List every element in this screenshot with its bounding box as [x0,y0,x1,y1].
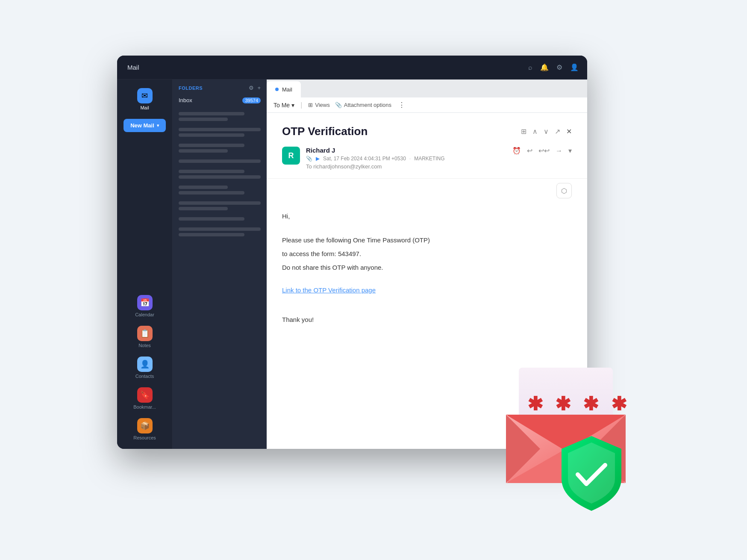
folder-settings-icon[interactable]: ⚙ [249,85,254,91]
prev-email-icon[interactable]: ∧ [532,127,538,136]
body-spacer-3 [282,294,572,304]
email-skeleton-7 [139,218,151,228]
avatar: R [282,147,300,165]
svg-marker-6 [506,449,626,483]
to-me-label: To Me [274,102,290,109]
sender-meta: 📎 ▶ Sat, 17 Feb 2024 4:04:31 PM +0530 · … [306,156,445,162]
skeleton-line [179,170,244,173]
notes-icon: 📋 [137,326,153,341]
skeleton-line [179,217,244,221]
email-skeleton-9 [139,244,151,254]
to-me-button[interactable]: To Me ▾ [274,102,294,109]
email-sender-row: R Richard J 📎 ▶ [282,147,572,170]
sidebar-label-bookmarks: Bookmar... [133,404,156,410]
email-closing: Thank you! [282,315,572,325]
resources-icon: 📦 [137,418,153,433]
calendar-icon: 📅 [137,295,153,310]
flag-icon: ▶ [316,156,320,162]
more-actions-icon[interactable]: ▾ [568,147,572,155]
tab-dot [275,88,279,91]
new-mail-button[interactable]: New Mail ▾ [124,119,166,132]
email-toolbar: To Me ▾ | ⊞ Views 📎 Attachment options ⋮ [267,97,587,113]
user-icon[interactable]: 👤 [570,63,579,71]
search-icon[interactable]: ⌕ [528,64,532,71]
open-external-icon[interactable]: ↗ [555,127,560,136]
attachment-options-button[interactable]: 📎 Attachment options [335,102,391,108]
marketing-badge: MARKETING [414,156,444,162]
main-window: Mail ⌕ 🔔 ⚙ 👤 ✉ Mail New Mail ▾ [117,56,587,449]
sender-info: Richard J 📎 ▶ Sat, 17 Feb 2024 4:04:31 P… [306,147,445,170]
sidebar-item-contacts[interactable]: 👤 Contacts [117,352,172,383]
sidebar-label-mail: Mail [140,105,149,110]
email-skeleton-8 [139,228,151,244]
expand-icon[interactable]: ⊞ [521,127,526,136]
folders-label: FOLDERS [179,85,203,91]
list-skeleton-4[interactable] [173,156,267,166]
skeleton-line [179,233,244,236]
reply-all-icon[interactable]: ↩↩ [538,147,550,155]
email-body-line2: to access the form: 543497. [282,249,572,259]
folder-add-icon[interactable]: + [257,85,261,91]
sidebar-item-mail[interactable]: ✉ Mail [117,84,172,115]
tab-mail[interactable]: Mail [267,81,301,97]
sidebar-item-notes[interactable]: 📋 Notes [117,321,172,352]
email-body: Hi, Please use the following One Time Pa… [267,198,587,345]
email-action-icons: ⏰ ↩ ↩↩ → ▾ [512,147,572,155]
folders-action-icons: ⚙ + [249,85,261,91]
sidebar-item-resources[interactable]: 📦 Resources [117,414,172,445]
sidebar-label-contacts: Contacts [135,374,154,379]
inbox-count: 39574 [242,97,261,103]
sidebar-label-notes: Notes [138,343,151,348]
body-spacer-2 [282,276,572,286]
forward-icon[interactable]: → [556,147,562,155]
inbox-item[interactable]: Inbox 39574 [173,94,267,106]
next-email-icon[interactable]: ∨ [544,127,549,136]
body-spacer [282,225,572,235]
share-button[interactable]: ⬡ [556,183,572,198]
share-btn-area: ⬡ [267,179,587,198]
email-viewer-panel: Mail To Me ▾ | ⊞ Views [267,80,587,449]
reply-icon[interactable]: ↩ [527,147,532,155]
titlebar-icons: ⌕ 🔔 ⚙ 👤 [528,63,579,71]
skeleton-line [179,144,244,147]
email-skeleton-3 [139,160,151,176]
otp-link[interactable]: Link to the OTP Verification page [282,286,376,294]
views-label: Views [315,102,329,108]
list-skeleton-2[interactable] [173,124,267,140]
skeleton-line [179,201,261,205]
email-subject: OTP Verification [282,125,368,138]
more-options-icon[interactable]: ⋮ [398,101,405,109]
email-skeleton-5 [139,186,151,202]
sidebar-item-bookmarks[interactable]: 🔖 Bookmar... [117,383,172,414]
new-mail-label: New Mail [130,122,154,129]
reminder-icon[interactable]: ⏰ [512,147,521,155]
email-skeleton-2 [139,144,151,160]
skeleton-line [179,159,261,163]
skeleton-line [179,186,228,189]
attachment-icon: 📎 [335,102,342,108]
list-skeleton-9[interactable] [173,224,267,240]
views-button[interactable]: ⊞ Views [308,102,329,108]
list-skeleton-7[interactable] [173,198,267,214]
attachment-indicator-icon: 📎 [306,156,312,162]
close-email-icon[interactable]: ✕ [566,127,572,136]
email-body-line3: Do not share this OTP with anyone. [282,262,572,273]
skeleton-line [179,133,244,137]
email-header-area: OTP Verification ⊞ ∧ ∨ ↗ ✕ [267,113,587,179]
email-skeleton-10 [139,254,151,268]
gear-icon[interactable]: ⚙ [556,63,562,71]
email-skeleton-1 [139,136,151,144]
avatar-initial: R [288,151,294,160]
list-skeleton-8[interactable] [173,214,267,224]
list-skeleton-3[interactable] [173,140,267,156]
email-skeleton-11 [139,268,151,278]
list-skeleton-5[interactable] [173,166,267,182]
filter-icon: ⊞ [308,102,313,108]
skeleton-line [179,149,228,153]
bell-icon[interactable]: 🔔 [540,63,549,71]
list-skeleton-1[interactable] [173,109,267,124]
email-nav-icons: ⊞ ∧ ∨ ↗ ✕ [521,127,572,136]
skeleton-line [179,207,228,210]
list-skeleton-6[interactable] [173,182,267,198]
sidebar-item-calendar[interactable]: 📅 Calendar [117,291,172,321]
